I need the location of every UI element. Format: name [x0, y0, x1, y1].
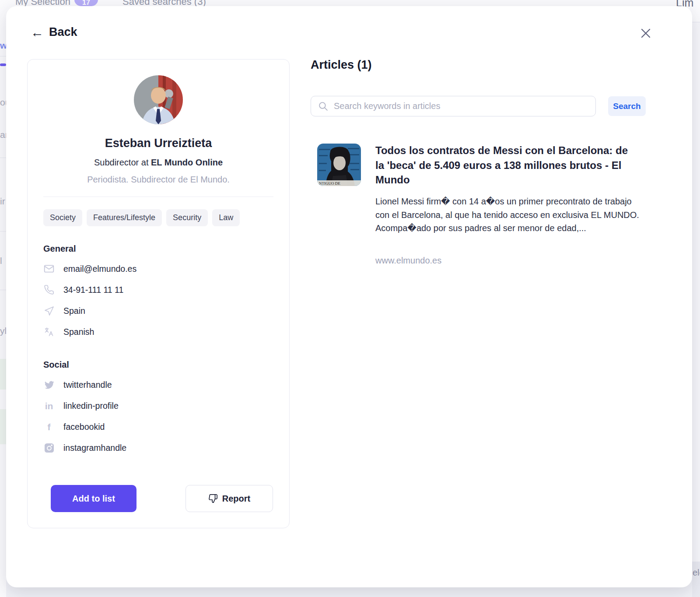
background-right-strip — [692, 22, 700, 562]
social-list: twitterhandle in linkedin-profile f face… — [43, 374, 289, 458]
selection-count-badge: 17 — [74, 0, 98, 6]
contact-role: Subdirector at EL Mundo Online — [28, 158, 289, 168]
close-icon[interactable] — [637, 25, 654, 42]
topic-tags: Society Features/Lifestyle Security Law — [43, 209, 289, 226]
divider — [43, 197, 273, 197]
envelope-icon — [43, 263, 55, 274]
organization-name: EL Mundo Online — [151, 158, 223, 167]
phone-icon — [43, 284, 55, 295]
contact-detail-modal: ← Back — [6, 6, 692, 587]
country-value: Spain — [63, 306, 85, 316]
article-thumbnail[interactable]: NTIGUO DE — [317, 144, 361, 186]
search-input[interactable] — [311, 96, 596, 116]
facebook-value[interactable]: facebookid — [63, 422, 105, 432]
translate-icon — [43, 326, 55, 337]
list-item-twitter: twitterhandle — [43, 374, 289, 395]
article-url[interactable]: www.elmundo.es — [375, 256, 441, 266]
tag-security[interactable]: Security — [166, 209, 208, 226]
phone-value[interactable]: 34-91-111 11 11 — [63, 285, 123, 295]
tag-features-lifestyle[interactable]: Features/Lifestyle — [87, 209, 162, 226]
article-title[interactable]: Todos los contratos de Messi con el Barc… — [375, 143, 634, 187]
add-to-list-button[interactable]: Add to list — [51, 485, 136, 512]
instagram-icon — [43, 442, 55, 453]
role-prefix: Subdirector at — [94, 158, 149, 167]
facebook-icon: f — [43, 421, 55, 432]
contact-bio: Periodista. Subdirector de El Mundo. — [28, 175, 289, 185]
linkedin-value[interactable]: linkedin-profile — [63, 401, 119, 411]
report-label: Report — [222, 494, 250, 504]
list-item-phone: 34-91-111 11 11 — [43, 279, 289, 300]
background-text-fragment: ar — [0, 130, 6, 140]
social-heading: Social — [43, 360, 289, 370]
list-item-facebook: f facebookid — [43, 416, 289, 437]
background-right-band — [692, 562, 700, 597]
twitter-value[interactable]: twitterhandle — [63, 380, 112, 390]
arrow-left-icon: ← — [31, 26, 44, 39]
list-item-linkedin: in linkedin-profile — [43, 395, 289, 416]
background-accent-bar — [0, 63, 6, 66]
email-value[interactable]: email@elmundo.es — [63, 264, 136, 274]
back-button[interactable]: ← Back — [31, 25, 77, 39]
search-icon — [318, 101, 329, 112]
general-list: email@elmundo.es 34-91-111 11 11 — [43, 258, 289, 342]
background-text-fragment: w — [0, 40, 6, 51]
list-item-country: Spain — [43, 300, 289, 321]
background-left-strip: w ou ar ir l yl vo or — [0, 0, 6, 597]
language-value: Spanish — [63, 327, 94, 337]
card-actions: Add to list Report — [28, 485, 289, 512]
article-snippet: Lionel Messi firm� con 14 a�os un primer… — [375, 195, 640, 235]
list-item-language: Spanish — [43, 321, 289, 342]
instagram-value[interactable]: instagramhandle — [63, 443, 126, 453]
svg-text:NTIGUO DE: NTIGUO DE — [319, 181, 340, 186]
thumbs-down-icon — [208, 494, 218, 503]
twitter-icon — [43, 379, 55, 390]
tag-law[interactable]: Law — [212, 209, 240, 226]
page: My Selection 17 Saved searches (3) Lim e… — [0, 0, 700, 597]
linkedin-icon: in — [43, 400, 55, 411]
background-text-fragment: l — [0, 256, 2, 266]
profile-card: Esteban Urreiztieta Subdirector at EL Mu… — [27, 59, 290, 528]
contact-name: Esteban Urreiztieta — [28, 137, 289, 150]
search-button[interactable]: Search — [608, 96, 646, 116]
list-item-instagram: instagramhandle — [43, 437, 289, 458]
background-text-fragment: ou — [0, 97, 6, 108]
background-text-fragment: ir — [0, 196, 5, 207]
report-button[interactable]: Report — [186, 485, 273, 512]
background-text-fragment: yl — [0, 326, 6, 336]
avatar — [134, 75, 183, 124]
send-icon — [43, 305, 55, 316]
articles-heading: Articles (1) — [311, 58, 372, 72]
background-text-fragment: ele — [693, 568, 700, 578]
article-search — [311, 96, 596, 116]
list-item-email: email@elmundo.es — [43, 258, 289, 279]
back-label: Back — [49, 25, 77, 39]
tag-society[interactable]: Society — [43, 209, 82, 226]
general-heading: General — [43, 244, 289, 254]
